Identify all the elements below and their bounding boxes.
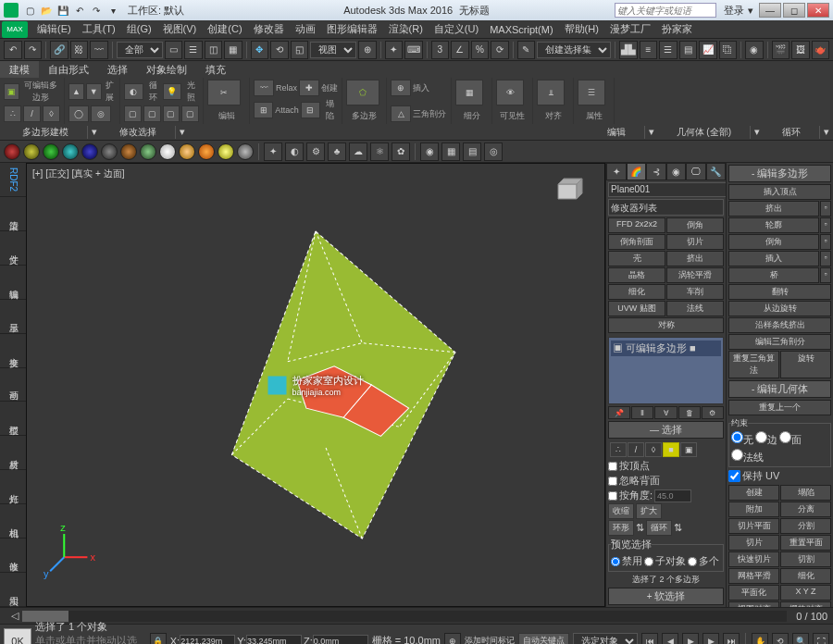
render-setup-button[interactable]: 🎬: [772, 41, 790, 59]
qat-undo-icon[interactable]: ↶: [72, 3, 87, 18]
btn-extrude-spline[interactable]: 沿样条线挤出: [728, 317, 831, 333]
lefttab-render[interactable]: 渲染: [0, 197, 26, 231]
rotate-button[interactable]: ⟲: [270, 41, 289, 59]
stack-remove-icon[interactable]: 🗑: [678, 406, 701, 419]
link-button[interactable]: 🔗: [50, 41, 68, 59]
cmdtab-hierarchy-icon[interactable]: ⊰: [646, 163, 666, 180]
btn-msmooth[interactable]: 网格平滑: [728, 568, 779, 584]
mod-symmetry[interactable]: 对称: [608, 317, 724, 333]
nav-orbit-icon[interactable]: ⟲: [772, 633, 789, 645]
menu-render[interactable]: 渲染(R): [383, 20, 429, 38]
snap-button[interactable]: 3: [431, 41, 450, 59]
btn-rotate[interactable]: 旋转: [780, 351, 831, 378]
coord-x-input[interactable]: [180, 635, 235, 645]
next-frame-icon[interactable]: ▶: [702, 633, 719, 645]
mat-swatch[interactable]: [179, 143, 195, 160]
lefttab-utility[interactable]: 实用: [0, 573, 26, 607]
btn-loop[interactable]: 循环: [646, 520, 672, 536]
menu-views[interactable]: 视图(V): [157, 20, 203, 38]
so-vertex-icon[interactable]: ∴: [610, 442, 627, 457]
matbar-tool[interactable]: ◐: [285, 142, 304, 161]
sec-edit-poly-head[interactable]: - 编辑多边形: [728, 165, 831, 182]
bind-space-warp-button[interactable]: 〰: [90, 41, 108, 59]
cmdtab-motion-icon[interactable]: ◉: [666, 163, 687, 180]
btn-slice[interactable]: 切片: [728, 535, 779, 551]
maxscript-listener-button[interactable]: 0K: [4, 628, 31, 645]
rb-loop-icon[interactable]: ◯: [68, 105, 89, 122]
btn-bevel-opt[interactable]: ▫: [820, 234, 831, 250]
btn-outline[interactable]: 轮廓: [728, 217, 819, 233]
rb-edit-big-icon[interactable]: ✂: [207, 80, 241, 105]
window-crossing-button[interactable]: ▦: [224, 41, 242, 59]
rb-align-big-icon[interactable]: ⫫: [537, 80, 565, 105]
rb-relax-icon[interactable]: 〰: [254, 80, 274, 96]
lefttab-material[interactable]: 材质: [0, 436, 26, 470]
matbar-tool[interactable]: ◉: [420, 142, 439, 161]
rb-vertex-icon[interactable]: ∴: [4, 105, 21, 122]
matbar-tool[interactable]: ✿: [392, 142, 410, 161]
modifier-list-dropdown[interactable]: 修改器列表: [608, 199, 724, 216]
btn-detach[interactable]: 分离: [780, 502, 831, 517]
btn-bridge[interactable]: 桥: [728, 267, 819, 283]
mat-swatch[interactable]: [43, 143, 59, 160]
cat-modsel[interactable]: 修改选择: [101, 126, 176, 139]
btn-repeat[interactable]: 重复上一个: [728, 400, 831, 415]
mat-swatch[interactable]: [159, 143, 176, 160]
btn-extrude-opt[interactable]: ▫: [820, 201, 831, 217]
rollout-softsel-head[interactable]: + 软选择: [608, 588, 724, 605]
chk-preserve-uv[interactable]: 保持 UV: [728, 469, 831, 483]
login-link[interactable]: 登录: [724, 4, 744, 18]
ribbon-tab-objectpaint[interactable]: 对象绘制: [137, 61, 196, 78]
rb-collapse-icon[interactable]: ⊟: [301, 102, 320, 118]
mod-ffd[interactable]: FFD 2x2x2: [608, 217, 665, 233]
stack-config-icon[interactable]: ⚙: [702, 406, 724, 419]
mat-swatch[interactable]: [81, 143, 98, 160]
menu-maxscript[interactable]: MAXScript(M): [484, 22, 558, 37]
btn-tessellate[interactable]: 细化: [780, 568, 831, 584]
help-dropdown-icon[interactable]: ▾: [748, 5, 753, 17]
btn-slice-plane[interactable]: 切片平面: [728, 518, 779, 534]
cat-edit[interactable]: 编辑: [589, 126, 645, 139]
btn-reset-plane[interactable]: 重置平面: [780, 535, 831, 551]
lefttab-modify[interactable]: 修改: [0, 539, 26, 573]
btn-inset-opt[interactable]: ▫: [820, 251, 831, 266]
mod-tessellate[interactable]: 细化: [608, 284, 665, 300]
help-search-input[interactable]: [615, 3, 716, 18]
mod-normal[interactable]: 法线: [666, 301, 724, 316]
lefttab-anim[interactable]: 动画: [0, 368, 26, 402]
stack-editable-poly[interactable]: ▣ 可编辑多边形 ■: [611, 341, 721, 356]
so-edge-icon[interactable]: /: [628, 442, 644, 457]
btn-flip[interactable]: 翻转: [728, 284, 831, 300]
render-frame-button[interactable]: 🖼: [791, 41, 810, 59]
btn-shrink[interactable]: 收缩: [608, 503, 634, 519]
btn-create[interactable]: 创建: [728, 485, 779, 501]
selection-filter-dropdown[interactable]: 全部: [117, 42, 163, 58]
cat-polymodel[interactable]: 多边形建模: [4, 126, 88, 139]
menu-edit[interactable]: 编辑(E): [31, 20, 77, 38]
rb-l2-icon[interactable]: ▢: [143, 105, 161, 122]
mat-swatch[interactable]: [23, 143, 40, 160]
mod-bevelprof[interactable]: 倒角剖面: [608, 234, 665, 250]
radio-c-face[interactable]: 面: [779, 431, 802, 447]
qat-open-icon[interactable]: 📂: [39, 3, 54, 18]
btn-inset[interactable]: 插入: [728, 251, 819, 266]
render-button[interactable]: 🫖: [812, 41, 830, 59]
btn-outline-opt[interactable]: ▫: [820, 217, 831, 233]
menu-customize[interactable]: 自定义(U): [429, 20, 484, 38]
lefttab-rdf2[interactable]: RDF2: [0, 163, 26, 197]
mat-swatch[interactable]: [237, 143, 254, 160]
ref-coord-dropdown[interactable]: 视图: [310, 42, 356, 58]
lefttab-edit[interactable]: 编辑: [0, 266, 26, 300]
scale-button[interactable]: ◱: [291, 41, 309, 59]
workspace-label[interactable]: 工作区: 默认: [128, 4, 184, 18]
btn-extrude[interactable]: 挤出: [728, 201, 819, 217]
so-border-icon[interactable]: ◊: [645, 442, 662, 457]
menu-tools[interactable]: 工具(T): [77, 20, 121, 38]
goto-end-icon[interactable]: ⏭: [723, 633, 740, 645]
rb-border-icon[interactable]: ◊: [43, 105, 60, 122]
btn-insert-vertex[interactable]: 插入顶点: [728, 184, 831, 200]
mat-swatch[interactable]: [62, 143, 79, 160]
rb-subdiv-big-icon[interactable]: ▦: [455, 80, 483, 105]
material-editor-button[interactable]: ◉: [745, 41, 764, 59]
btn-xyz[interactable]: X Y Z: [780, 585, 831, 601]
